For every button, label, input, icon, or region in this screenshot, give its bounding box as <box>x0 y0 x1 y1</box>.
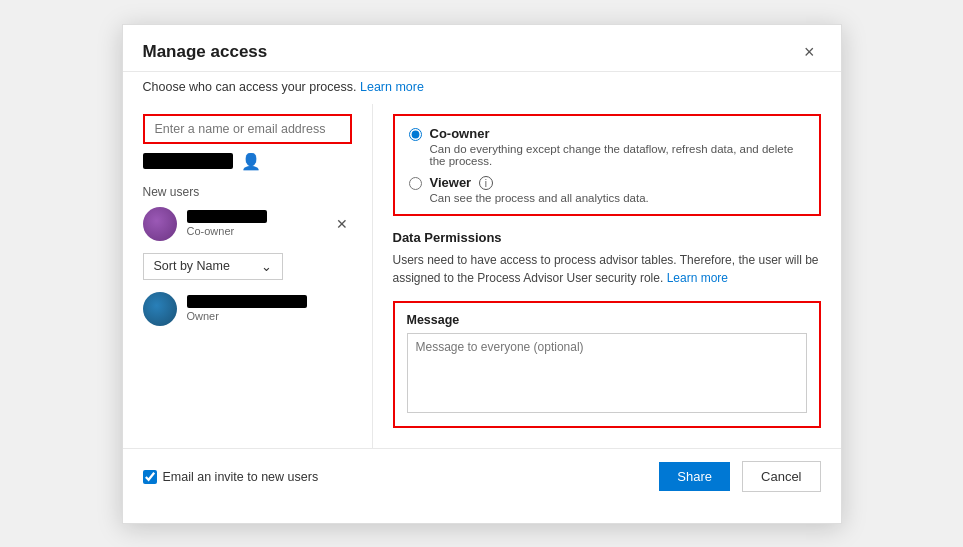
add-person-icon: 👤 <box>241 152 261 171</box>
existing-user-role: Owner <box>187 310 352 322</box>
close-button[interactable]: × <box>798 41 821 63</box>
new-user-item: Co-owner ✕ <box>143 207 352 241</box>
email-invite-checkbox[interactable] <box>143 470 157 484</box>
new-user-avatar <box>143 207 177 241</box>
role-selection-group: Co-owner Can do everything except change… <box>393 114 821 217</box>
invite-user-row: 👤 <box>143 152 352 171</box>
coowner-label[interactable]: Co-owner <box>430 126 490 141</box>
viewer-label[interactable]: Viewer i <box>430 175 493 190</box>
coowner-description: Can do everything except change the data… <box>430 143 805 167</box>
sort-dropdown[interactable]: Sort by Name ⌄ <box>143 253 283 280</box>
share-button[interactable]: Share <box>659 462 730 491</box>
viewer-radio-item: Viewer i Can see the process and all ana… <box>409 175 805 205</box>
email-invite-row: Email an invite to new users <box>143 470 648 484</box>
dialog-body: 👤 New users Co-owner ✕ Sort by Name ⌄ <box>123 104 841 449</box>
dialog-header: Manage access × <box>123 25 841 72</box>
data-permissions-text: Users need to have access to process adv… <box>393 251 821 287</box>
message-label: Message <box>407 313 807 327</box>
coowner-option: Co-owner Can do everything except change… <box>430 126 805 167</box>
left-panel: 👤 New users Co-owner ✕ Sort by Name ⌄ <box>123 104 373 449</box>
coowner-radio-item: Co-owner Can do everything except change… <box>409 126 805 167</box>
dialog-footer: Email an invite to new users Share Cance… <box>123 448 841 504</box>
existing-user-avatar <box>143 292 177 326</box>
viewer-radio[interactable] <box>409 177 422 190</box>
data-permissions-title: Data Permissions <box>393 230 821 245</box>
dialog-subtitle: Choose who can access your process. Lear… <box>123 72 841 104</box>
data-permissions-section: Data Permissions Users need to have acce… <box>393 230 821 287</box>
existing-user-info: Owner <box>187 295 352 322</box>
new-user-role: Co-owner <box>187 225 322 237</box>
manage-access-dialog: Manage access × Choose who can access yo… <box>122 24 842 524</box>
sort-label: Sort by Name <box>154 259 230 273</box>
new-user-info: Co-owner <box>187 210 322 237</box>
viewer-option: Viewer i Can see the process and all ana… <box>430 175 649 205</box>
chevron-down-icon: ⌄ <box>261 259 272 274</box>
search-input[interactable] <box>143 114 352 144</box>
new-user-name-redacted <box>187 210 267 223</box>
existing-user-name-redacted <box>187 295 307 308</box>
dialog-title: Manage access <box>143 42 268 62</box>
data-permissions-body: Users need to have access to process adv… <box>393 253 819 285</box>
existing-user-item: Owner <box>143 292 352 326</box>
viewer-description: Can see the process and all analytics da… <box>430 192 649 204</box>
message-section: Message <box>393 301 821 428</box>
viewer-info-icon: i <box>479 176 493 190</box>
invited-user-name-redacted <box>143 153 233 169</box>
right-panel: Co-owner Can do everything except change… <box>373 104 841 449</box>
remove-new-user-button[interactable]: ✕ <box>332 214 352 234</box>
new-users-label: New users <box>143 185 352 199</box>
cancel-button[interactable]: Cancel <box>742 461 820 492</box>
learn-more-link[interactable]: Learn more <box>360 80 424 94</box>
data-permissions-learn-more[interactable]: Learn more <box>667 271 728 285</box>
message-textarea[interactable] <box>407 333 807 413</box>
coowner-radio[interactable] <box>409 128 422 141</box>
subtitle-text: Choose who can access your process. <box>143 80 357 94</box>
email-invite-label[interactable]: Email an invite to new users <box>163 470 319 484</box>
